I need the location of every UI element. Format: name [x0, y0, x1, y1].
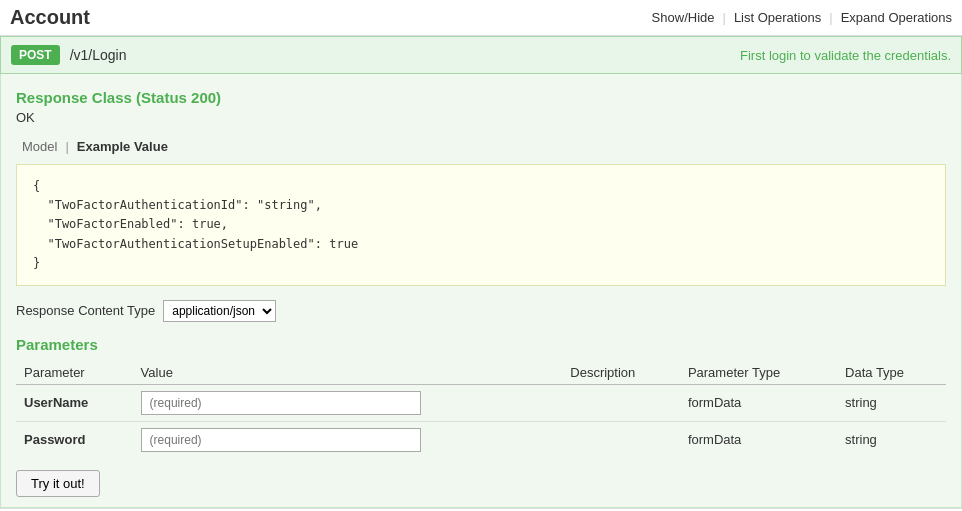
response-content-type-row: Response Content Type application/json t… [16, 300, 946, 322]
response-content-type-label: Response Content Type [16, 303, 155, 318]
col-header-value: Value [133, 361, 563, 385]
param-input-password[interactable] [141, 428, 421, 452]
param-type: formData [680, 421, 837, 458]
header-actions: Show/Hide | List Operations | Expand Ope… [652, 10, 952, 25]
post-description: First login to validate the credentials. [740, 48, 951, 63]
param-name: UserName [16, 384, 133, 421]
code-block: { "TwoFactorAuthenticationId": "string",… [16, 164, 946, 286]
separator-2: | [829, 10, 832, 25]
param-description [562, 421, 680, 458]
page-title: Account [10, 6, 90, 29]
tab-model[interactable]: Model [16, 137, 63, 156]
table-row: PasswordformDatastring [16, 421, 946, 458]
param-data-type: string [837, 421, 946, 458]
table-header-row: Parameter Value Description Parameter Ty… [16, 361, 946, 385]
parameters-table: Parameter Value Description Parameter Ty… [16, 361, 946, 458]
post-bar: POST /v1/Login First login to validate t… [0, 36, 962, 74]
list-operations-link[interactable]: List Operations [734, 10, 821, 25]
model-tabs: Model | Example Value [16, 137, 946, 156]
separator-1: | [722, 10, 725, 25]
col-header-parameter: Parameter [16, 361, 133, 385]
col-header-data-type: Data Type [837, 361, 946, 385]
post-url: /v1/Login [70, 47, 740, 63]
col-header-description: Description [562, 361, 680, 385]
table-row: UserNameformDatastring [16, 384, 946, 421]
param-value-cell [133, 421, 563, 458]
post-badge: POST [11, 45, 60, 65]
tab-example-value[interactable]: Example Value [71, 137, 174, 156]
col-header-parameter-type: Parameter Type [680, 361, 837, 385]
content-area: Response Class (Status 200) OK Model | E… [0, 74, 962, 508]
param-description [562, 384, 680, 421]
show-hide-link[interactable]: Show/Hide [652, 10, 715, 25]
parameters-title: Parameters [16, 336, 946, 353]
param-name: Password [16, 421, 133, 458]
param-value-cell [133, 384, 563, 421]
header: Account Show/Hide | List Operations | Ex… [0, 0, 962, 36]
response-class-title: Response Class (Status 200) [16, 89, 946, 106]
response-ok: OK [16, 110, 946, 125]
content-type-select[interactable]: application/json text/xml [163, 300, 276, 322]
param-input-username[interactable] [141, 391, 421, 415]
expand-operations-link[interactable]: Expand Operations [841, 10, 952, 25]
param-type: formData [680, 384, 837, 421]
try-it-out-button[interactable]: Try it out! [16, 470, 100, 497]
param-data-type: string [837, 384, 946, 421]
tab-separator: | [65, 139, 68, 154]
